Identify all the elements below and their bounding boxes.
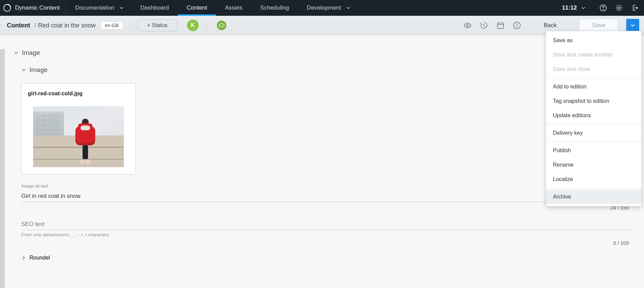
menu-item-archive[interactable]: Archive bbox=[546, 190, 641, 204]
sub-header-actions: Back Save bbox=[463, 19, 639, 32]
image-subsection-header[interactable]: Image bbox=[21, 66, 630, 74]
sync-status-badge bbox=[217, 21, 226, 30]
svg-point-7 bbox=[517, 23, 518, 24]
divider bbox=[206, 21, 206, 30]
nav-label: Development bbox=[307, 4, 341, 11]
menu-item-rename[interactable]: Rename bbox=[546, 158, 641, 172]
back-button[interactable]: Back bbox=[529, 19, 571, 32]
alt-text-counter: 24 / 150 bbox=[21, 205, 629, 211]
chevron-down-icon bbox=[581, 5, 586, 10]
help-icon[interactable] bbox=[599, 4, 607, 12]
top-bar: Dynamic Content Documentation Dashboard … bbox=[0, 0, 644, 16]
time-dropdown[interactable]: 11:12 bbox=[554, 0, 594, 16]
nav-label: Assets bbox=[225, 4, 242, 11]
seo-text-counter: 0 / 100 bbox=[21, 240, 629, 246]
menu-item-delivery-key[interactable]: Delivery key bbox=[546, 126, 641, 140]
nav-label: Scheduling bbox=[260, 4, 289, 11]
nav-content[interactable]: Content bbox=[178, 0, 216, 16]
breadcrumb-sep: / bbox=[34, 22, 36, 29]
nav-scheduling[interactable]: Scheduling bbox=[251, 0, 298, 16]
calendar-icon[interactable] bbox=[496, 21, 505, 29]
nav-dashboard[interactable]: Dashboard bbox=[132, 0, 178, 16]
menu-separator bbox=[546, 124, 641, 124]
chevron-down-icon bbox=[14, 50, 18, 55]
caret-down-icon bbox=[630, 23, 635, 28]
image-thumbnail bbox=[33, 106, 124, 167]
save-menu-toggle[interactable] bbox=[626, 19, 639, 32]
menu-item-update-editions[interactable]: Update editions bbox=[546, 108, 641, 123]
image-section-header[interactable]: Image bbox=[14, 49, 630, 57]
nav-label: Dashboard bbox=[140, 4, 169, 11]
nav-assets[interactable]: Assets bbox=[216, 0, 251, 16]
alt-text-field: Image alt text bbox=[21, 183, 630, 202]
save-button: Save bbox=[579, 19, 618, 32]
section-title: Image bbox=[29, 66, 48, 74]
eye-icon[interactable] bbox=[463, 21, 472, 29]
app-logo-icon bbox=[3, 4, 11, 12]
svg-point-2 bbox=[603, 9, 604, 10]
add-status-button[interactable]: + Status bbox=[137, 20, 177, 31]
history-icon[interactable] bbox=[480, 21, 488, 29]
menu-separator bbox=[546, 78, 641, 78]
menu-item-save-as[interactable]: Save as bbox=[546, 33, 641, 48]
save-dropdown-menu: Save asSave and create anotherSave and c… bbox=[546, 31, 642, 206]
documentation-label: Documentation bbox=[74, 4, 115, 11]
seo-text-field: Enter only alphanumeric, _, -, +, / char… bbox=[21, 219, 630, 237]
svg-point-3 bbox=[618, 7, 620, 9]
divider bbox=[130, 21, 131, 30]
menu-item-localize[interactable]: Localize bbox=[546, 172, 641, 187]
locale-chip[interactable]: en-GB bbox=[100, 21, 123, 29]
info-icon[interactable] bbox=[513, 21, 521, 29]
chevron-down-icon bbox=[346, 5, 351, 10]
menu-item-tag-snapshot-to-edition[interactable]: Tag snapshot to edition bbox=[546, 94, 641, 108]
clock-time: 11:12 bbox=[562, 4, 577, 11]
seo-hint: Enter only alphanumeric, _, -, +, / char… bbox=[21, 232, 630, 237]
user-avatar[interactable]: K bbox=[187, 20, 199, 31]
logo-container: Dynamic Content bbox=[0, 0, 66, 16]
chevron-down-icon bbox=[21, 68, 26, 72]
breadcrumb-root[interactable]: Content bbox=[7, 22, 30, 29]
primary-nav: Dashboard Content Assets Scheduling Deve… bbox=[132, 0, 360, 16]
roundel-section-header[interactable]: Roundel bbox=[21, 255, 630, 261]
left-rail bbox=[0, 49, 5, 288]
menu-item-add-to-edition[interactable]: Add to edition bbox=[546, 80, 641, 94]
image-card[interactable]: girl-red-coat-cold.jpg bbox=[21, 83, 136, 175]
top-icon-group bbox=[594, 0, 644, 16]
nav-label: Content bbox=[187, 4, 207, 11]
breadcrumb-item-title: Red coat in the snow bbox=[38, 22, 96, 29]
alt-text-label: Image alt text bbox=[21, 183, 630, 189]
svg-rect-5 bbox=[497, 23, 504, 28]
alt-text-input[interactable] bbox=[21, 191, 630, 202]
documentation-dropdown[interactable]: Documentation bbox=[66, 0, 131, 16]
chevron-down-icon bbox=[119, 5, 124, 10]
logout-icon[interactable] bbox=[631, 4, 639, 12]
seo-text-input[interactable] bbox=[21, 219, 630, 230]
menu-item-save-and-close: Save and close bbox=[546, 62, 641, 76]
menu-separator bbox=[546, 188, 641, 188]
cloud-check-icon bbox=[219, 22, 225, 28]
section-title: Roundel bbox=[29, 255, 50, 261]
chevron-right-icon bbox=[21, 255, 26, 260]
app-title: Dynamic Content bbox=[15, 4, 60, 11]
nav-development-dropdown[interactable]: Development bbox=[298, 0, 360, 16]
image-filename: girl-red-coat-cold.jpg bbox=[28, 91, 129, 97]
menu-item-save-and-create-another: Save and create another bbox=[546, 48, 641, 62]
gear-icon[interactable] bbox=[615, 4, 623, 12]
section-title: Image bbox=[22, 49, 40, 57]
svg-point-4 bbox=[467, 24, 469, 26]
menu-item-publish[interactable]: Publish bbox=[546, 143, 641, 158]
menu-separator bbox=[546, 142, 641, 142]
